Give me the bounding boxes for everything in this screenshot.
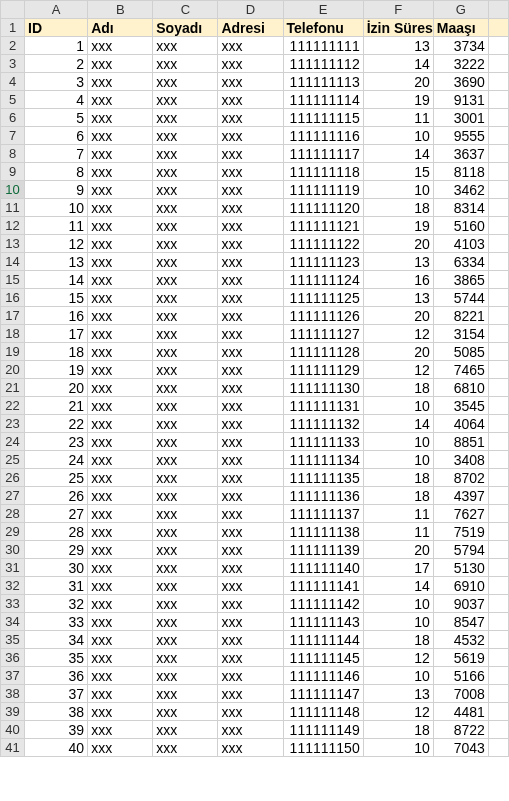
cell-adi[interactable]: xxx	[88, 181, 153, 199]
cell-empty[interactable]	[488, 181, 508, 199]
cell-izin[interactable]: 18	[363, 379, 433, 397]
cell-adi[interactable]: xxx	[88, 397, 153, 415]
cell-soyadi[interactable]: xxx	[153, 505, 218, 523]
header-izin[interactable]: İzin Süresi	[363, 19, 433, 37]
cell-soyadi[interactable]: xxx	[153, 541, 218, 559]
cell-adi[interactable]: xxx	[88, 505, 153, 523]
cell-izin[interactable]: 18	[363, 721, 433, 739]
cell-maas[interactable]: 3690	[433, 73, 488, 91]
cell-empty[interactable]	[488, 163, 508, 181]
cell-telefonu[interactable]: 111111128	[283, 343, 363, 361]
row-head-21[interactable]: 21	[1, 379, 25, 397]
cell-izin[interactable]: 10	[363, 127, 433, 145]
cell-adresi[interactable]: xxx	[218, 685, 283, 703]
cell-id[interactable]: 9	[25, 181, 88, 199]
col-head-G[interactable]: G	[433, 1, 488, 19]
cell-id[interactable]: 39	[25, 721, 88, 739]
cell-adi[interactable]: xxx	[88, 631, 153, 649]
row-head-7[interactable]: 7	[1, 127, 25, 145]
cell-izin[interactable]: 12	[363, 361, 433, 379]
row-head-10[interactable]: 10	[1, 181, 25, 199]
cell-izin[interactable]: 18	[363, 631, 433, 649]
cell-telefonu[interactable]: 111111150	[283, 739, 363, 757]
row-head-8[interactable]: 8	[1, 145, 25, 163]
cell-adresi[interactable]: xxx	[218, 541, 283, 559]
cell-izin[interactable]: 11	[363, 109, 433, 127]
row-head-27[interactable]: 27	[1, 487, 25, 505]
cell-empty[interactable]	[488, 667, 508, 685]
cell-maas[interactable]: 4532	[433, 631, 488, 649]
cell-adi[interactable]: xxx	[88, 325, 153, 343]
cell-empty[interactable]	[488, 631, 508, 649]
cell-empty[interactable]	[488, 415, 508, 433]
header-adi[interactable]: Adı	[88, 19, 153, 37]
cell-empty[interactable]	[488, 37, 508, 55]
cell-id[interactable]: 20	[25, 379, 88, 397]
cell-adresi[interactable]: xxx	[218, 505, 283, 523]
cell-telefonu[interactable]: 111111118	[283, 163, 363, 181]
cell-izin[interactable]: 18	[363, 487, 433, 505]
row-head-30[interactable]: 30	[1, 541, 25, 559]
cell-adresi[interactable]: xxx	[218, 325, 283, 343]
cell-adi[interactable]: xxx	[88, 127, 153, 145]
cell-soyadi[interactable]: xxx	[153, 73, 218, 91]
cell-telefonu[interactable]: 111111148	[283, 703, 363, 721]
row-head-41[interactable]: 41	[1, 739, 25, 757]
cell-maas[interactable]: 8314	[433, 199, 488, 217]
cell-empty[interactable]	[488, 343, 508, 361]
cell-empty[interactable]	[488, 127, 508, 145]
cell-empty[interactable]	[488, 397, 508, 415]
cell-adresi[interactable]: xxx	[218, 271, 283, 289]
cell-soyadi[interactable]: xxx	[153, 91, 218, 109]
cell-empty[interactable]	[488, 379, 508, 397]
row-head-4[interactable]: 4	[1, 73, 25, 91]
cell-adresi[interactable]: xxx	[218, 613, 283, 631]
cell-id[interactable]: 12	[25, 235, 88, 253]
row-head-14[interactable]: 14	[1, 253, 25, 271]
cell-izin[interactable]: 18	[363, 199, 433, 217]
cell-telefonu[interactable]: 111111132	[283, 415, 363, 433]
cell-telefonu[interactable]: 111111112	[283, 55, 363, 73]
cell-telefonu[interactable]: 111111149	[283, 721, 363, 739]
cell-adresi[interactable]: xxx	[218, 739, 283, 757]
cell-adresi[interactable]: xxx	[218, 631, 283, 649]
cell-maas[interactable]: 6910	[433, 577, 488, 595]
cell-empty[interactable]	[488, 235, 508, 253]
cell-id[interactable]: 2	[25, 55, 88, 73]
col-head-B[interactable]: B	[88, 1, 153, 19]
cell-adresi[interactable]: xxx	[218, 469, 283, 487]
cell-telefonu[interactable]: 111111134	[283, 451, 363, 469]
cell-id[interactable]: 14	[25, 271, 88, 289]
cell-telefonu[interactable]: 111111127	[283, 325, 363, 343]
cell-izin[interactable]: 14	[363, 145, 433, 163]
cell-izin[interactable]: 12	[363, 649, 433, 667]
cell-soyadi[interactable]: xxx	[153, 199, 218, 217]
header-telefonu[interactable]: Telefonu	[283, 19, 363, 37]
cell-telefonu[interactable]: 111111124	[283, 271, 363, 289]
cell-id[interactable]: 5	[25, 109, 88, 127]
cell-maas[interactable]: 8702	[433, 469, 488, 487]
cell-id[interactable]: 18	[25, 343, 88, 361]
cell-adi[interactable]: xxx	[88, 613, 153, 631]
cell-telefonu[interactable]: 111111119	[283, 181, 363, 199]
cell-empty[interactable]	[488, 361, 508, 379]
cell-soyadi[interactable]: xxx	[153, 307, 218, 325]
cell-telefonu[interactable]: 111111147	[283, 685, 363, 703]
cell-id[interactable]: 36	[25, 667, 88, 685]
cell-maas[interactable]: 7465	[433, 361, 488, 379]
cell-izin[interactable]: 12	[363, 703, 433, 721]
cell-izin[interactable]: 20	[363, 235, 433, 253]
cell-maas[interactable]: 3734	[433, 37, 488, 55]
cell-soyadi[interactable]: xxx	[153, 415, 218, 433]
cell-maas[interactable]: 9555	[433, 127, 488, 145]
row-head-12[interactable]: 12	[1, 217, 25, 235]
cell-id[interactable]: 29	[25, 541, 88, 559]
cell-maas[interactable]: 9131	[433, 91, 488, 109]
cell-adi[interactable]: xxx	[88, 559, 153, 577]
cell-id[interactable]: 34	[25, 631, 88, 649]
cell-adi[interactable]: xxx	[88, 541, 153, 559]
cell-adresi[interactable]: xxx	[218, 649, 283, 667]
cell-izin[interactable]: 10	[363, 397, 433, 415]
cell-adi[interactable]: xxx	[88, 73, 153, 91]
row-head-38[interactable]: 38	[1, 685, 25, 703]
